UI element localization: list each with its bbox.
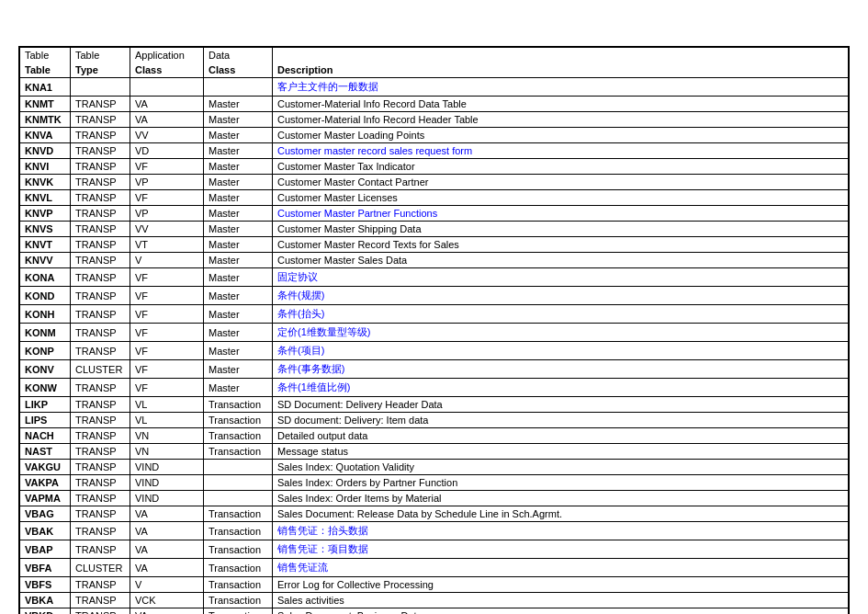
table-row: VBFSTRANSPVTransactionError Log for Coll…: [20, 577, 849, 593]
cell-table-name: KNVI: [20, 159, 71, 175]
cell-table-name: VAKGU: [20, 460, 71, 475]
cell-description: 客户主文件的一般数据: [273, 78, 849, 97]
header-type-line2: Type: [71, 63, 130, 78]
cell-table-type: TRANSP: [71, 287, 130, 305]
cell-description: 定价(1维数量型等级): [273, 324, 849, 342]
cell-table-type: TRANSP: [71, 413, 130, 428]
cell-table-name: VAPMA: [20, 491, 71, 506]
page-container: Table Table Application Data Table Type …: [18, 46, 850, 614]
header-desc-line2: Description: [273, 63, 849, 78]
cell-table-name: VBFS: [20, 577, 71, 593]
table-row: VAKGUTRANSPVINDSales Index: Quotation Va…: [20, 460, 849, 475]
cell-description: SD Document: Delivery Header Data: [273, 397, 849, 413]
cell-app-class: VA: [130, 506, 204, 522]
cell-data-class: Transaction: [204, 506, 273, 522]
main-table-wrapper: Table Table Application Data Table Type …: [18, 46, 850, 614]
cell-table-type: TRANSP: [71, 608, 130, 615]
header-app-line1: Application: [130, 48, 204, 63]
cell-table-name: VBAP: [20, 540, 71, 559]
cell-data-class: Master: [204, 128, 273, 143]
cell-table-type: TRANSP: [71, 342, 130, 360]
cell-table-type: TRANSP: [71, 491, 130, 506]
cell-description: Customer-Material Info Record Data Table: [273, 97, 849, 112]
cell-table-name: KNVS: [20, 222, 71, 237]
cell-app-class: VIND: [130, 475, 204, 491]
cell-data-class: [204, 491, 273, 506]
cell-table-name: LIPS: [20, 413, 71, 428]
table-row: NACHTRANSPVNTransactionDetailed output d…: [20, 428, 849, 444]
cell-data-class: Transaction: [204, 413, 273, 428]
cell-description: 条件(事务数据): [273, 360, 849, 379]
cell-table-name: KNMT: [20, 97, 71, 112]
cell-app-class: VA: [130, 112, 204, 128]
cell-data-class: Master: [204, 175, 273, 190]
cell-data-class: Master: [204, 268, 273, 287]
cell-table-name: KNVD: [20, 143, 71, 159]
table-header-top: Table Table Application Data: [20, 48, 849, 63]
cell-table-name: KNA1: [20, 78, 71, 97]
cell-data-class: Transaction: [204, 444, 273, 460]
cell-table-name: KONA: [20, 268, 71, 287]
cell-table-type: TRANSP: [71, 475, 130, 491]
cell-description: Sales Index: Quotation Validity: [273, 460, 849, 475]
cell-app-class: VF: [130, 190, 204, 206]
cell-table-name: KNVV: [20, 253, 71, 268]
cell-table-type: TRANSP: [71, 128, 130, 143]
cell-app-class: VA: [130, 97, 204, 112]
cell-table-type: TRANSP: [71, 506, 130, 522]
cell-data-class: Master: [204, 305, 273, 324]
cell-data-class: [204, 475, 273, 491]
table-row: KONVCLUSTERVFMaster条件(事务数据): [20, 360, 849, 379]
cell-table-type: TRANSP: [71, 253, 130, 268]
cell-table-name: VBKD: [20, 608, 71, 615]
cell-table-name: VBAG: [20, 506, 71, 522]
cell-description: 销售凭证流: [273, 559, 849, 577]
table-row: KNVDTRANSPVDMasterCustomer master record…: [20, 143, 849, 159]
cell-app-class: VV: [130, 128, 204, 143]
table-row: VAKPATRANSPVINDSales Index: Orders by Pa…: [20, 475, 849, 491]
cell-data-class: Master: [204, 237, 273, 253]
cell-description: 条件(规摆): [273, 287, 849, 305]
cell-table-name: KONH: [20, 305, 71, 324]
cell-description: 条件(抬头): [273, 305, 849, 324]
cell-description: Sales Index: Order Items by Material: [273, 491, 849, 506]
table-row: VAPMATRANSPVINDSales Index: Order Items …: [20, 491, 849, 506]
cell-app-class: [130, 78, 204, 97]
cell-table-name: KNVK: [20, 175, 71, 190]
cell-app-class: VP: [130, 206, 204, 222]
table-row: VBAPTRANSPVATransaction销售凭证：项目数据: [20, 540, 849, 559]
cell-table-name: KONV: [20, 360, 71, 379]
cell-data-class: [204, 460, 273, 475]
cell-table-type: TRANSP: [71, 397, 130, 413]
cell-description: Customer Master Tax Indicator: [273, 159, 849, 175]
cell-app-class: VF: [130, 287, 204, 305]
cell-table-type: TRANSP: [71, 428, 130, 444]
cell-data-class: Master: [204, 222, 273, 237]
table-row: KONDTRANSPVFMaster条件(规摆): [20, 287, 849, 305]
cell-app-class: VN: [130, 444, 204, 460]
cell-table-type: TRANSP: [71, 305, 130, 324]
cell-description: Customer Master Shipping Data: [273, 222, 849, 237]
cell-table-name: KONP: [20, 342, 71, 360]
cell-table-type: TRANSP: [71, 143, 130, 159]
cell-description: Customer Master Licenses: [273, 190, 849, 206]
cell-app-class: VCK: [130, 593, 204, 608]
cell-table-name: VBFA: [20, 559, 71, 577]
cell-description: 条件(1维值比例): [273, 379, 849, 397]
cell-app-class: VF: [130, 268, 204, 287]
cell-table-type: TRANSP: [71, 379, 130, 397]
cell-description: Customer Master Record Texts for Sales: [273, 237, 849, 253]
cell-table-type: TRANSP: [71, 444, 130, 460]
cell-description: 条件(项目): [273, 342, 849, 360]
table-row: KNVLTRANSPVFMasterCustomer Master Licens…: [20, 190, 849, 206]
cell-app-class: VT: [130, 237, 204, 253]
cell-description: Error Log for Collective Processing: [273, 577, 849, 593]
cell-table-type: TRANSP: [71, 268, 130, 287]
table-row: VBFACLUSTERVATransaction销售凭证流: [20, 559, 849, 577]
cell-description: 固定协议: [273, 268, 849, 287]
table-row: KNMTTRANSPVAMasterCustomer-Material Info…: [20, 97, 849, 112]
cell-description: Customer Master Contact Partner: [273, 175, 849, 190]
table-header-bottom: Table Type Class Class Description: [20, 63, 849, 78]
cell-app-class: VF: [130, 324, 204, 342]
cell-data-class: Transaction: [204, 559, 273, 577]
